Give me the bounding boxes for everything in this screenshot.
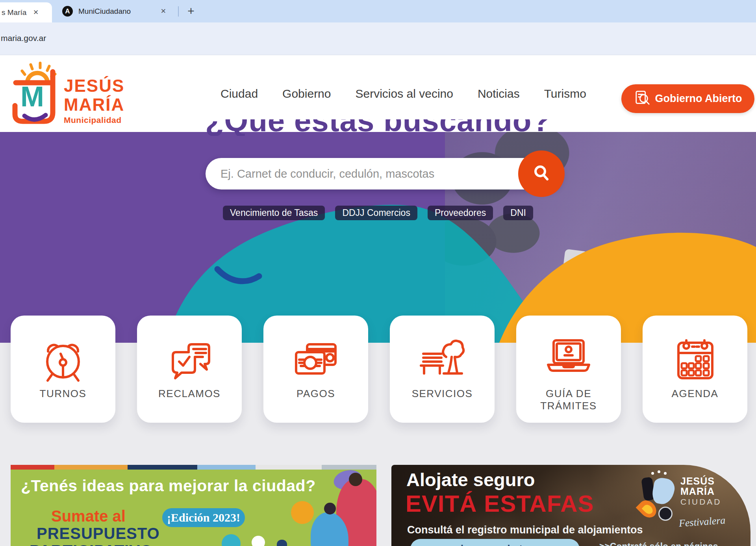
edition-badge: ¡Edición 2023!: [162, 508, 245, 527]
festival-emblem-icon: [639, 472, 677, 531]
new-tab-button[interactable]: +: [183, 4, 198, 19]
banner-big-text-2: PARTICIPATIVO: [30, 542, 153, 546]
banner-big-text-1: PRESUPUESTO: [37, 525, 160, 542]
municipality-logo[interactable]: M JESÚS MARÍA Municipalidad: [11, 58, 129, 129]
logo-line3: Municipalidad: [64, 116, 124, 124]
card-agenda[interactable]: AGENDA: [643, 316, 747, 423]
card-label: AGENDA: [672, 388, 719, 400]
card-pagos[interactable]: PAGOS: [263, 316, 368, 423]
tab-title: s María: [2, 8, 30, 17]
person-blue-head: [324, 503, 336, 514]
main-navigation: Ciudad Gobierno Servicios al vecino Noti…: [220, 55, 586, 132]
logo-line1: JESÚS: [64, 77, 124, 95]
laptop-icon: [545, 323, 592, 388]
card-servicios[interactable]: SERVICIOS: [390, 316, 495, 423]
banner-alojate-seguro[interactable]: Alojate seguro EVITÁ ESTAFAS Consultá el…: [391, 465, 750, 546]
card-label: RECLAMOS: [158, 388, 220, 400]
tab-title: MuniCiudadano: [78, 7, 158, 16]
browser-toolbar: maria.gov.ar: [0, 22, 756, 55]
chip-dni[interactable]: DNI: [503, 206, 533, 220]
search-icon: [532, 164, 550, 184]
chip-ddjj-comercios[interactable]: DDJJ Comercios: [335, 206, 417, 220]
tab-jesus-maria[interactable]: s María ✕: [0, 2, 52, 22]
banner-presupuesto-participativo[interactable]: ¿Tenés ideas para mejorar la ciudad? Sum…: [11, 465, 376, 546]
speech-bubble-white: [252, 536, 265, 546]
chip-vencimiento-tasas[interactable]: Vencimiento de Tasas: [223, 206, 325, 220]
small-figure: [277, 540, 287, 546]
site-header: ¿Qué estás buscando?: [0, 55, 756, 132]
chip-proveedores[interactable]: Proveedores: [428, 206, 493, 220]
speech-bubble-teal: [222, 534, 241, 546]
gobierno-abierto-button[interactable]: Gobierno Abierto: [621, 84, 754, 113]
card-label: PAGOS: [296, 388, 335, 400]
calendar-icon: [671, 323, 719, 388]
quick-access-row: TURNOS RECLAMOS: [11, 316, 747, 423]
banner-note: >>Contratá sólo en páginas oficiales<<: [599, 541, 750, 546]
tab-divider: [178, 6, 179, 17]
nav-item-turismo[interactable]: Turismo: [544, 87, 586, 100]
jesus-maria-ciudad-logo: JESÚS MARÍA CIUDAD Festivalera: [639, 472, 738, 539]
speech-bubble-orange: [291, 501, 314, 524]
nav-item-servicios[interactable]: Servicios al vecino: [356, 87, 453, 100]
tab-municiudadano[interactable]: A MuniCiudadano ✕: [52, 0, 174, 22]
banner-color-stripe: [11, 465, 376, 470]
banner-lead: Sumate al: [51, 507, 126, 525]
bench-tree-icon: [419, 323, 466, 388]
close-tab-icon[interactable]: ✕: [33, 8, 39, 17]
banner-title: Alojate seguro: [406, 469, 535, 490]
card-label: GUÍA DE TRÁMITES: [537, 388, 600, 412]
logo-line1: JESÚS: [680, 476, 722, 486]
banner-highlight: EVITÁ ESTAFAS: [406, 490, 594, 517]
url-bar[interactable]: maria.gov.ar: [1, 33, 46, 43]
person-head: [349, 473, 362, 486]
cta-label: Gobierno Abierto: [655, 93, 742, 105]
tab-favicon-icon: A: [62, 6, 73, 17]
banner-subtitle: Consultá el registro municipal de alojam…: [407, 524, 643, 536]
hero-section: Vencimiento de Tasas DDJJ Comercios Prov…: [0, 132, 756, 343]
browser-window: s María ✕ A MuniCiudadano ✕ + maria.gov.…: [0, 0, 756, 546]
site-search-bar: [206, 158, 562, 189]
logo-line2: MARÍA: [680, 486, 722, 496]
card-reclamos[interactable]: RECLAMOS: [137, 316, 242, 423]
logo-line3: CIUDAD: [680, 498, 722, 506]
svg-text:M: M: [20, 81, 44, 112]
search-input[interactable]: [206, 167, 497, 181]
festivalera-script: Festivalera: [678, 514, 726, 529]
nav-item-ciudad[interactable]: Ciudad: [220, 87, 258, 100]
card-turnos[interactable]: TURNOS: [11, 316, 115, 423]
search-shortcut-chips: Vencimiento de Tasas DDJJ Comercios Prov…: [223, 206, 533, 220]
alarm-clock-icon: [39, 323, 87, 388]
chat-bubbles-icon: [166, 323, 213, 388]
festival-logo-text: JESÚS MARÍA CIUDAD: [680, 476, 722, 506]
logo-mark-icon: M: [11, 58, 58, 127]
close-tab-icon[interactable]: ✕: [161, 7, 166, 15]
card-guia-tramites[interactable]: GUÍA DE TRÁMITES: [516, 316, 621, 423]
logo-line2: MARÍA: [64, 96, 124, 113]
nav-item-gobierno[interactable]: Gobierno: [282, 87, 331, 100]
search-button[interactable]: [518, 150, 565, 197]
tourism-link-button[interactable]: www.jesusmaria.tur.ar ▶: [410, 539, 580, 546]
nav-item-noticias[interactable]: Noticias: [478, 87, 520, 100]
card-label: SERVICIOS: [412, 388, 473, 400]
browser-tabstrip: s María ✕ A MuniCiudadano ✕ +: [0, 0, 756, 22]
banner-title: ¿Tenés ideas para mejorar la ciudad?: [21, 477, 316, 495]
magnifier-document-icon: [634, 90, 650, 108]
logo-wordmark: JESÚS MARÍA Municipalidad: [64, 77, 124, 129]
credit-cards-icon: [292, 323, 339, 388]
card-label: TURNOS: [40, 388, 87, 400]
link-label: www.jesusmaria.tur.ar: [433, 543, 546, 546]
